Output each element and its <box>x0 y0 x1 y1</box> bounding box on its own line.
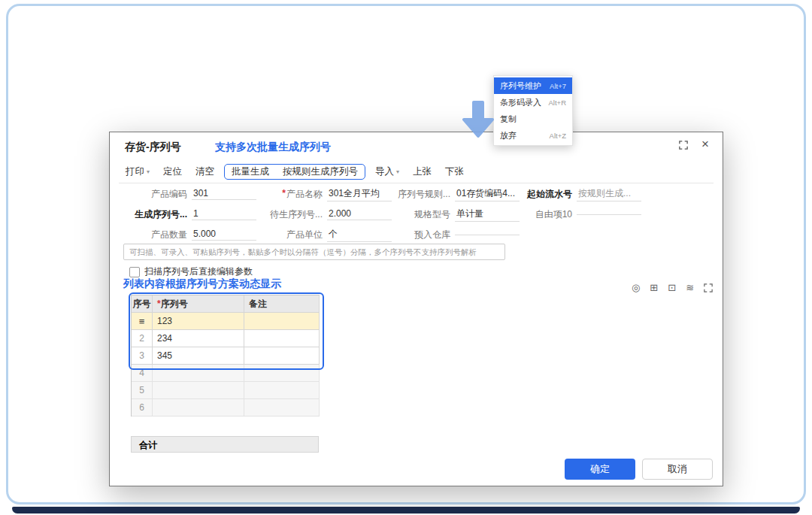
grid-icon[interactable]: ⊞ <box>768 140 777 151</box>
field-product-code: 产品编码 301 <box>123 186 256 201</box>
field-person-in-charge: 负责人 <box>634 93 743 110</box>
toolbar-convert-button[interactable]: 转换▾ <box>238 57 274 71</box>
chevron-down-icon: ▾ <box>373 60 376 67</box>
expand-icon[interactable] <box>704 283 713 292</box>
serial-number-dialog: 存货-序列号 支持多次批量生成序列号 × 打印▾ 定位 清空 批量生成 按规则生… <box>109 132 723 486</box>
menu-item-copy[interactable]: 复制 <box>494 111 572 127</box>
tab-finished-product-detail[interactable]: 产成品明细 <box>26 136 80 153</box>
menu-item-abandon[interactable]: 放弃 Alt+Z <box>494 127 572 144</box>
grid-icon[interactable]: ⊞ <box>762 286 770 298</box>
cancel-button[interactable]: 取消 <box>642 459 713 480</box>
toolbar-save-button[interactable]: 保存▾ <box>98 57 135 71</box>
grid-icon[interactable]: ⊞ <box>650 282 658 293</box>
expand-icon[interactable] <box>732 141 741 150</box>
toolbar-generate-button[interactable]: 生单▾ <box>200 57 237 71</box>
location-icon[interactable]: ◎ <box>632 282 640 293</box>
field-spec-model: 规格型号 单计量 <box>386 207 520 222</box>
dialog-close-icon[interactable]: × <box>701 137 709 152</box>
scan-hint-box: 可扫描、可录入、可粘贴序列号，黏贴多个时以分隔符（逗号）分隔，多个序列号不支持序… <box>123 244 505 260</box>
tab-my-desktop-label: 我的桌面 <box>32 36 71 50</box>
toolbar-add-button[interactable]: 新增▾ <box>23 57 59 71</box>
dialog-prev-doc-button[interactable]: 上张 <box>406 165 438 178</box>
table-row-empty[interactable]: 4 <box>132 365 320 382</box>
tab-production-order[interactable]: 生产加工单 * × <box>81 32 167 53</box>
last-record-icon[interactable] <box>774 59 783 68</box>
wave-icon[interactable]: ≋ <box>728 286 736 298</box>
dynamic-list-note: 列表内容根据序列号方案动态显示 <box>123 277 281 291</box>
free-item-10-input[interactable] <box>577 214 641 215</box>
table-row[interactable]: 3 345 <box>132 347 320 365</box>
dialog-print-button[interactable]: 打印▾ <box>119 165 156 178</box>
toolbar-change-button[interactable]: 变更 <box>275 57 307 71</box>
col-note: 备注 <box>244 295 320 313</box>
field-doc-number: *单据编号 MO-2022-11-0003 <box>192 93 338 110</box>
prev-record-icon[interactable] <box>743 59 752 68</box>
product-name-input[interactable]: 301全月平均 <box>327 187 392 201</box>
toolbar-tools-button[interactable]: 工具▾ <box>308 57 344 71</box>
dialog-clear-button[interactable]: 清空 <box>189 165 221 178</box>
table-row[interactable]: ≡ 123 <box>132 313 320 330</box>
business-type-input[interactable]: 返工 <box>387 94 456 109</box>
confirm-button[interactable]: 确定 <box>565 459 635 480</box>
toolbar-print-button[interactable]: 打印▾ <box>420 57 457 71</box>
tab-my-desktop[interactable]: 我的桌面 <box>23 33 81 53</box>
dialog-expand-icon[interactable] <box>679 141 688 150</box>
product-code-input[interactable]: 301 <box>192 188 256 200</box>
toolbar-linked-query-button[interactable]: 联查▾ <box>345 57 382 71</box>
warehouse-input[interactable] <box>455 234 520 235</box>
menu-item-barcode-entry[interactable]: 条形码录入 Alt+R <box>494 94 572 111</box>
doc-date-input[interactable]: 2022-11-21 <box>92 95 178 108</box>
table-row-empty[interactable]: 5 <box>132 382 320 399</box>
toolbar-more-button[interactable]: 更多▾ <box>458 57 495 71</box>
dispatch-enabled-checkbox[interactable]: ✓ <box>382 116 393 127</box>
tab-material-detail[interactable]: 材料明细 <box>26 283 70 301</box>
trace-preview-icon[interactable] <box>709 59 720 69</box>
pending-serial-input[interactable]: 2.000 <box>327 208 392 220</box>
field-business-type: *业务类型 返工 <box>338 93 456 110</box>
planned-start-input[interactable]: 2022-11-21 <box>87 115 173 128</box>
toolbar-select-order-button[interactable]: 选单▾ <box>60 57 97 71</box>
product-section-tabs: 产成品明细 产 <box>26 135 114 153</box>
chevron-down-icon: ▾ <box>50 60 53 67</box>
planned-finish-input[interactable]: 2022-11-21 <box>235 115 321 128</box>
doc-icon[interactable]: ⊡ <box>750 140 759 151</box>
fullscreen-icon[interactable] <box>772 38 782 48</box>
dialog-locate-button[interactable]: 定位 <box>156 165 189 178</box>
doc-number-input[interactable]: MO-2022-11-0003 <box>241 95 338 108</box>
search-icon[interactable] <box>750 38 760 48</box>
pointer-arrow <box>460 100 496 142</box>
tabbar-right-icons <box>750 38 789 48</box>
toolbar-delete-button[interactable]: 删除 <box>135 57 167 71</box>
scan-edit-checkbox[interactable] <box>129 267 140 277</box>
home-icon[interactable]: ⌂ <box>746 286 752 298</box>
field-dispatch-enabled: 启用派工 ✓ <box>338 113 393 129</box>
table-row[interactable]: 2 234 <box>132 330 320 347</box>
dialog-generate-by-rule-button[interactable]: 按规则生成序列号 <box>276 165 365 178</box>
first-record-icon[interactable] <box>727 59 736 68</box>
scan-edit-checkbox-row: 扫描序列号后直接编辑参数 <box>129 265 253 278</box>
product-qty-input[interactable]: 5.000 <box>192 229 256 241</box>
start-serial-input[interactable]: 按规则生成... <box>577 187 641 201</box>
dialog-table-icons: ◎ ⊞ ⊡ ≋ <box>632 282 713 293</box>
toolbar-settings-button[interactable]: 设置▾ <box>383 57 420 71</box>
person-in-charge-input[interactable] <box>668 101 743 103</box>
material-section-tabs: 材料明细 工序 <box>26 283 117 301</box>
doc-icon[interactable]: ⊡ <box>668 282 676 293</box>
dialog-batch-generate-button[interactable]: 批量生成 <box>225 165 276 178</box>
serial-table-header: 序号 *序列号 备注 <box>132 295 320 313</box>
field-serial-rule: 序列号规则... 01存货编码4... <box>386 186 520 201</box>
product-unit-input[interactable]: 个 <box>327 228 392 242</box>
menu-item-serial-maintenance[interactable]: 序列号维护 Alt+7 <box>494 77 572 94</box>
table-row-empty[interactable]: 6 <box>132 399 320 417</box>
generated-serial-input[interactable]: 1 <box>192 208 256 220</box>
field-product-unit: 产品单位 个 <box>259 227 392 242</box>
dialog-import-button[interactable]: 导入▾ <box>368 165 406 178</box>
chevron-down-icon: ▾ <box>448 60 451 67</box>
toolbar-unapprove-button[interactable]: 弃审 <box>168 57 199 71</box>
tab-close-icon[interactable]: × <box>151 37 157 48</box>
filter-icon[interactable]: ≋ <box>686 282 694 293</box>
required-marker: * <box>44 95 47 108</box>
next-record-icon[interactable] <box>759 59 768 68</box>
dialog-next-doc-button[interactable]: 下张 <box>438 165 471 178</box>
col-planned-qty: *计划数量 <box>720 302 786 320</box>
